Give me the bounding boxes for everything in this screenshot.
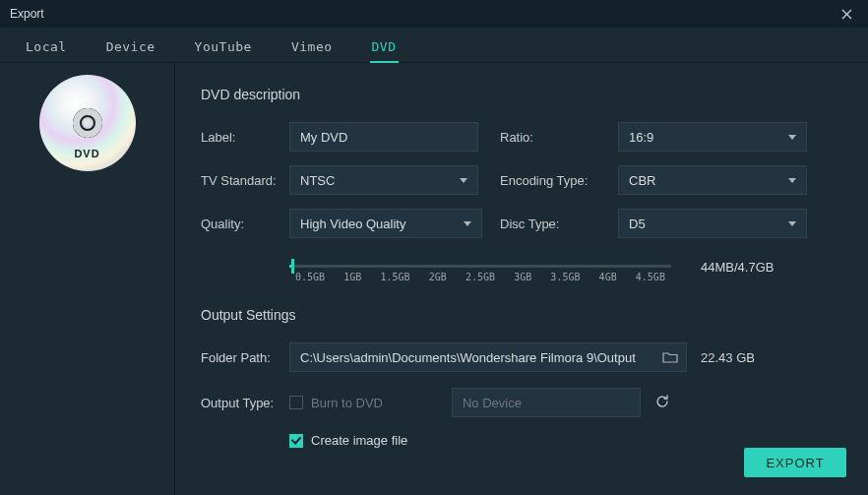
close-button[interactable] [831,4,862,24]
dvd-disc-label: DVD [39,148,136,159]
chevron-down-icon [464,221,471,226]
burn-to-dvd-label: Burn to DVD [311,396,383,410]
create-image-file-checkbox[interactable] [289,434,303,448]
slider-ticks: 0.5GB 1GB 1.5GB 2GB 2.5GB 3GB 3.5GB 4GB … [289,272,671,282]
encoding-type-select[interactable]: CBR [618,165,807,195]
ratio-select[interactable]: 16:9 [618,122,807,152]
window-title: Export [10,7,44,21]
size-text: 44MB/4.7GB [701,260,774,275]
main-panel: DVD description Label: My DVD Ratio: 16:… [175,63,868,495]
burn-to-dvd-checkbox[interactable] [289,396,303,409]
tab-vimeo[interactable]: Vimeo [272,31,352,62]
tab-youtube[interactable]: YouTube [175,31,272,62]
chevron-down-icon [460,178,467,183]
sidebar: DVD [0,63,175,495]
tv-standard-select[interactable]: NTSC [289,165,478,195]
section-dvd-description: DVD description [201,87,842,102]
quality-select[interactable]: High Video Quality [289,209,482,238]
folder-path-input[interactable]: C:\Users\admin\Documents\Wondershare Fil… [289,342,687,372]
chevron-down-icon [788,135,796,140]
disc-type-select[interactable]: D5 [618,209,807,238]
tv-standard-label: TV Standard: [201,173,289,188]
create-image-file-label: Create image file [311,433,407,448]
folder-icon[interactable] [662,350,678,367]
close-icon [841,9,852,20]
folder-path-label: Folder Path: [201,350,289,365]
tabs-bar: Local Device YouTube Vimeo DVD [0,28,868,63]
section-output-settings: Output Settings [201,307,842,323]
output-type-label: Output Type: [201,396,289,410]
dvd-disc-icon: DVD [39,75,136,171]
label-input[interactable]: My DVD [289,122,478,152]
refresh-button[interactable] [654,394,670,412]
quality-label: Quality: [201,217,289,231]
chevron-down-icon [788,221,796,226]
label-label: Label: [201,130,289,145]
titlebar: Export [0,0,868,28]
capacity-slider[interactable]: 0.5GB 1GB 1.5GB 2GB 2.5GB 3GB 3.5GB 4GB … [289,252,671,281]
ratio-label: Ratio: [500,130,618,145]
encoding-type-label: Encoding Type: [500,173,618,188]
export-button[interactable]: EXPORT [744,448,846,477]
disc-type-label: Disc Type: [500,217,618,231]
tab-local[interactable]: Local [6,31,87,62]
free-space-text: 22.43 GB [701,350,755,365]
device-select[interactable]: No Device [452,388,641,417]
chevron-down-icon [788,178,796,183]
tab-dvd[interactable]: DVD [352,31,416,62]
tab-device[interactable]: Device [87,31,175,62]
